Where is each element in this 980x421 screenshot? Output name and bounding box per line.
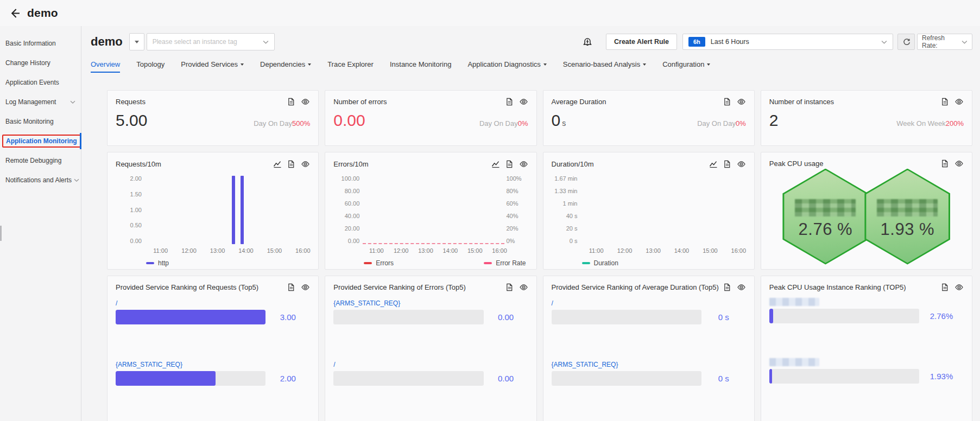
document-icon[interactable] (287, 283, 295, 291)
eye-icon[interactable] (519, 98, 528, 106)
ranking-item: / 3.00 (116, 298, 310, 324)
tab-instance-monitoring[interactable]: Instance Monitoring (390, 60, 451, 73)
document-icon[interactable] (941, 283, 949, 291)
rank-bar-track (769, 309, 919, 323)
scrollbar-thumb[interactable] (0, 226, 2, 241)
line-chart-icon[interactable] (273, 160, 282, 168)
sidebar-item-log-management[interactable]: Log Management (0, 92, 81, 112)
document-icon[interactable] (505, 283, 514, 291)
chevron-down-icon (70, 100, 75, 104)
y-axis-label: 100.00 (342, 176, 360, 182)
legend-error-rate[interactable]: Error Rate (484, 259, 526, 267)
service-link[interactable]: / (552, 299, 553, 307)
y-axis-right: 100% 80% 60% 40% 20% 0% (507, 176, 528, 244)
x-axis-label: 13:00 (418, 247, 433, 254)
sidebar-item-remote-debugging[interactable]: Remote Debugging (0, 151, 81, 170)
document-icon[interactable] (723, 283, 731, 291)
service-link[interactable]: {ARMS_STATIC_REQ} (552, 361, 618, 368)
tab-topology[interactable]: Topology (136, 60, 165, 73)
alert-bell-icon[interactable] (582, 37, 593, 47)
tab-configuration[interactable]: Configuration (662, 60, 710, 73)
topbar: demo (0, 0, 980, 26)
x-axis-label: 16:00 (731, 247, 747, 254)
document-icon[interactable] (505, 160, 514, 168)
create-alert-rule-button[interactable]: Create Alert Rule (606, 34, 677, 50)
tab-overview[interactable]: Overview (91, 60, 120, 73)
rank-value: 0.00 (484, 374, 528, 383)
rank-bar-track (552, 310, 701, 324)
tab-label: Instance Monitoring (390, 60, 451, 68)
document-icon[interactable] (723, 160, 731, 168)
tab-trace-explorer[interactable]: Trace Explorer (327, 60, 374, 73)
y-axis-label: 0.00 (130, 238, 142, 244)
refresh-button[interactable] (897, 34, 915, 50)
document-icon[interactable] (505, 98, 514, 106)
sidebar-item-basic-monitoring[interactable]: Basic Monitoring (0, 112, 81, 131)
x-axis-label: 11:00 (589, 247, 604, 254)
line-chart-icon[interactable] (709, 160, 718, 168)
ranking-item: / 0 s (552, 298, 746, 324)
y-axis-label: 20 s (566, 226, 578, 232)
document-icon[interactable] (941, 98, 949, 106)
tab-dependencies[interactable]: Dependencies (260, 60, 311, 73)
eye-icon[interactable] (737, 98, 746, 106)
y-axis-label: 2.00 (130, 176, 142, 182)
sidebar-item-application-monitoring[interactable]: Application Monitoring (0, 131, 81, 151)
legend-duration[interactable]: Duration (582, 259, 618, 267)
legend-errors[interactable]: Errors (364, 259, 394, 267)
sidebar-item-change-history[interactable]: Change History (0, 53, 81, 73)
instance-tag-select[interactable]: Please select an instance tag (147, 33, 275, 50)
chart-card-requests-10m: Requests/10m 2.00 1.50 1.00 0.50 0.00 (107, 152, 319, 270)
tab-provided-services[interactable]: Provided Services (181, 60, 244, 73)
eye-icon[interactable] (954, 98, 964, 106)
eye-icon[interactable] (737, 160, 746, 168)
eye-icon[interactable] (737, 283, 746, 291)
compare-value: 0% (518, 119, 528, 127)
refresh-rate-label: Refresh Rate: (922, 34, 962, 49)
document-icon[interactable] (941, 160, 949, 168)
service-link[interactable]: {ARMS_STATIC_REQ} (116, 361, 182, 368)
legend-http[interactable]: http (146, 259, 169, 267)
compare-label: Day On Day (254, 119, 292, 127)
ranking-card-average-duration: Provided Service Ranking of Average Dura… (543, 276, 755, 421)
stat-value: 0.00 (333, 111, 365, 130)
request-bar (232, 176, 235, 244)
card-title: Number of instances (769, 98, 834, 106)
eye-icon[interactable] (301, 160, 310, 168)
document-icon[interactable] (287, 98, 295, 106)
sidebar-item-application-events[interactable]: Application Events (0, 73, 81, 92)
main-content: demo Please select an instance tag Creat… (81, 26, 980, 421)
service-link[interactable]: / (116, 299, 117, 307)
rank-value: 2.00 (265, 374, 310, 383)
time-range-select[interactable]: 6h Last 6 Hours (682, 34, 893, 50)
document-icon[interactable] (287, 160, 295, 168)
app-switcher-caret-button[interactable] (129, 33, 144, 50)
eye-icon[interactable] (519, 160, 528, 168)
service-link[interactable]: / (333, 361, 335, 368)
refresh-rate-select[interactable]: Refresh Rate: (917, 34, 972, 50)
ranking-item: 1.93% (769, 358, 964, 384)
back-icon[interactable] (8, 6, 22, 20)
y-axis-label: 1.50 (130, 192, 142, 197)
ranking-card-peak-cpu-instances: Peak CPU Usage Instance Ranking (TOP5) 2… (761, 276, 972, 421)
eye-icon[interactable] (954, 283, 964, 291)
tab-scenario-based-analysis[interactable]: Scenario-based Analysis (563, 60, 646, 73)
sidebar-item-notifications-and-alerts[interactable]: Notifications and Alerts (0, 170, 81, 190)
chevron-down-icon (962, 40, 968, 44)
tab-application-diagnostics[interactable]: Application Diagnostics (467, 60, 546, 73)
document-icon[interactable] (723, 98, 731, 106)
red-annotation-box: Application Monitoring (2, 135, 81, 148)
eye-icon[interactable] (301, 98, 310, 106)
eye-icon[interactable] (519, 283, 528, 291)
service-link[interactable]: {ARMS_STATIC_REQ} (333, 299, 400, 307)
sidebar-item-label: Application Monitoring (6, 137, 77, 145)
line-chart-icon[interactable] (491, 160, 500, 168)
eye-icon[interactable] (954, 160, 964, 168)
eye-icon[interactable] (301, 283, 310, 291)
caret-down-icon (643, 63, 646, 66)
time-range-label: Last 6 Hours (711, 38, 881, 46)
y-axis-label: 40% (507, 213, 519, 219)
rank-value: 0 s (701, 374, 746, 383)
ranking-item: {ARMS_STATIC_REQ} 0.00 (333, 298, 528, 324)
sidebar-item-basic-information[interactable]: Basic Information (0, 34, 81, 53)
